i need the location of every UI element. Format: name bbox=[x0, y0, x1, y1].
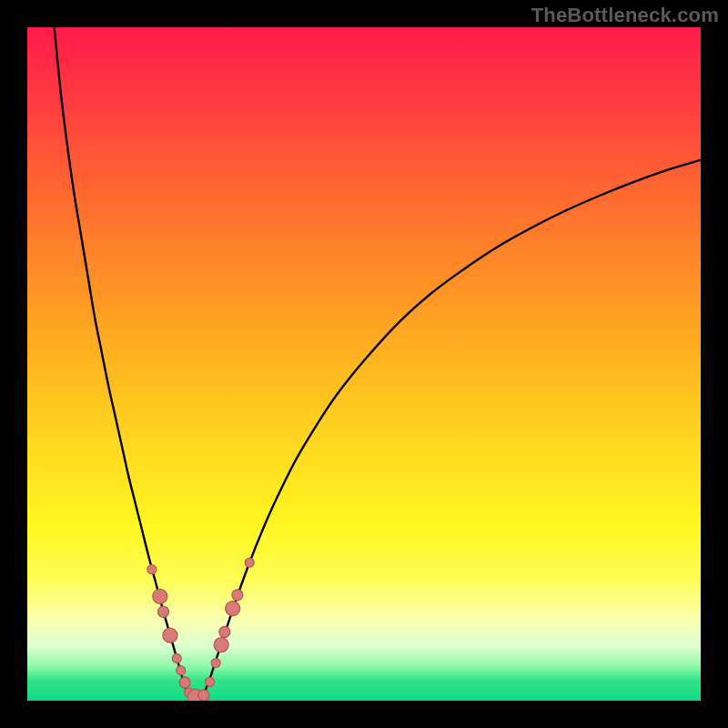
chart-plot-area bbox=[27, 27, 701, 701]
marker-point bbox=[172, 653, 181, 662]
curve-right-branch bbox=[202, 160, 701, 698]
chart-svg bbox=[27, 27, 701, 701]
marker-point bbox=[219, 627, 230, 638]
marker-point bbox=[157, 606, 168, 617]
marker-point bbox=[232, 590, 243, 601]
markers-group bbox=[147, 558, 254, 701]
marker-point bbox=[179, 677, 190, 688]
marker-point bbox=[147, 565, 157, 574]
marker-point bbox=[198, 690, 209, 701]
marker-point bbox=[163, 628, 177, 642]
marker-point bbox=[226, 602, 240, 616]
marker-point bbox=[245, 558, 254, 567]
marker-point bbox=[177, 666, 186, 675]
marker-point bbox=[153, 589, 167, 603]
marker-point bbox=[211, 659, 220, 668]
curve-left-branch bbox=[55, 27, 189, 697]
watermark-text: TheBottleneck.com bbox=[531, 4, 719, 27]
marker-point bbox=[206, 677, 215, 686]
marker-point bbox=[214, 638, 228, 652]
chart-frame: TheBottleneck.com bbox=[0, 0, 728, 728]
